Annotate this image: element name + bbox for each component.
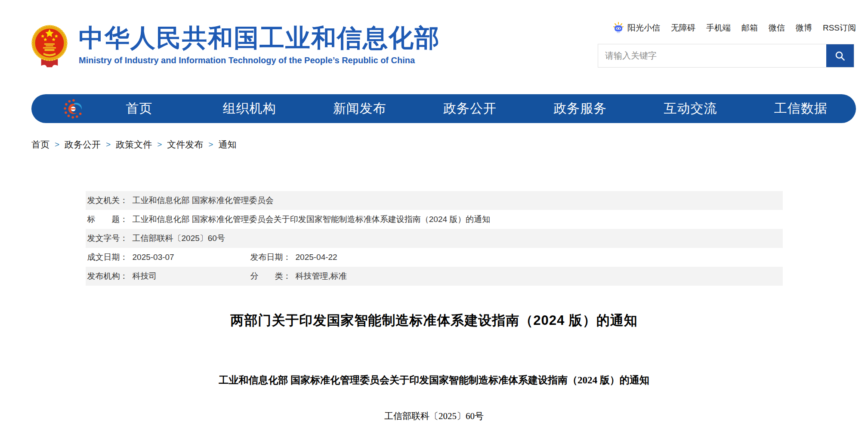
main-nav: 首页 组织机构 新闻发布 政务公开 政务服务 互动交流 工信数据 bbox=[31, 94, 856, 123]
article-subtitle: 工业和信息化部 国家标准化管理委员会关于印发国家智能制造标准体系建设指南（202… bbox=[0, 373, 868, 387]
quick-link-rss[interactable]: RSS订阅 bbox=[823, 22, 856, 34]
nav-item-home[interactable]: 首页 bbox=[84, 100, 194, 117]
site-title: 中华人民共和国工业和信息化部 bbox=[79, 25, 440, 51]
meta-value: 科技司 bbox=[133, 271, 157, 282]
table-row: 成文日期： 2025-03-07 发布日期： 2025-04-22 bbox=[86, 248, 783, 267]
miit-logo-icon bbox=[63, 99, 84, 119]
breadcrumb-current-notice: 通知 bbox=[218, 139, 236, 151]
meta-label: 发布机构： bbox=[87, 271, 128, 282]
site-header: 中华人民共和国工业和信息化部 Ministry of Industry and … bbox=[0, 0, 868, 94]
meta-label: 分 类： bbox=[250, 271, 291, 282]
meta-label: 发文机关： bbox=[87, 195, 128, 206]
breadcrumb-separator: > bbox=[208, 140, 213, 149]
nav-item-gov-disclosure[interactable]: 政务公开 bbox=[415, 100, 525, 117]
robot-icon bbox=[612, 22, 625, 34]
nav-item-news[interactable]: 新闻发布 bbox=[305, 100, 415, 117]
quick-link-wechat[interactable]: 微信 bbox=[769, 22, 785, 34]
quick-link-mail[interactable]: 邮箱 bbox=[741, 22, 758, 34]
meta-value: 科技管理,标准 bbox=[296, 271, 347, 282]
breadcrumb-policy-documents[interactable]: 政策文件 bbox=[116, 139, 152, 151]
breadcrumb-gov-disclosure[interactable]: 政务公开 bbox=[65, 139, 101, 151]
site-subtitle: Ministry of Industry and Information Tec… bbox=[79, 56, 440, 65]
quick-link-accessibility[interactable]: 无障碍 bbox=[671, 22, 695, 34]
breadcrumb-document-release[interactable]: 文件发布 bbox=[167, 139, 203, 151]
table-row: 发文字号： 工信部联科〔2025〕60号 bbox=[86, 229, 783, 248]
meta-category: 分 类： 科技管理,标准 bbox=[250, 271, 781, 282]
meta-label: 发文字号： bbox=[87, 233, 128, 244]
document-meta-table: 发文机关： 工业和信息化部 国家标准化管理委员会 标 题： 工业和信息化部 国家… bbox=[86, 191, 783, 286]
nav-item-gov-services[interactable]: 政务服务 bbox=[525, 100, 635, 117]
search-button[interactable] bbox=[826, 44, 854, 67]
meta-value: 工信部联科〔2025〕60号 bbox=[133, 233, 225, 244]
quick-link-label: 阳光小信 bbox=[627, 22, 660, 34]
page: 中华人民共和国工业和信息化部 Ministry of Industry and … bbox=[0, 0, 868, 435]
meta-label: 标 题： bbox=[87, 214, 128, 225]
quick-links: 阳光小信 无障碍 手机端 邮箱 微信 微博 RSS订阅 bbox=[598, 22, 856, 34]
meta-title: 标 题： 工业和信息化部 国家标准化管理委员会关于印发国家智能制造标准体系建设指… bbox=[87, 214, 781, 225]
quick-link-sunshine-assistant[interactable]: 阳光小信 bbox=[612, 22, 660, 34]
nav-item-interaction[interactable]: 互动交流 bbox=[635, 100, 745, 117]
meta-label: 成文日期： bbox=[87, 252, 128, 263]
search-bar bbox=[598, 44, 854, 68]
meta-value: 工业和信息化部 国家标准化管理委员会 bbox=[133, 195, 274, 206]
breadcrumb: 首页 > 政务公开 > 政策文件 > 文件发布 > 通知 bbox=[31, 139, 868, 151]
meta-doc-number: 发文字号： 工信部联科〔2025〕60号 bbox=[87, 233, 781, 244]
breadcrumb-separator: > bbox=[106, 140, 111, 149]
quick-link-mobile[interactable]: 手机端 bbox=[706, 22, 731, 34]
table-row: 发布机构： 科技司 分 类： 科技管理,标准 bbox=[86, 267, 783, 286]
breadcrumb-separator: > bbox=[157, 140, 162, 149]
page-title: 两部门关于印发国家智能制造标准体系建设指南（2024 版）的通知 bbox=[0, 312, 868, 330]
table-row: 发文机关： 工业和信息化部 国家标准化管理委员会 bbox=[86, 191, 783, 210]
meta-value: 2025-03-07 bbox=[133, 253, 174, 262]
article-doc-number: 工信部联科〔2025〕60号 bbox=[0, 410, 868, 422]
meta-publish-org: 发布机构： 科技司 bbox=[87, 271, 250, 282]
meta-value: 2025-04-22 bbox=[296, 253, 337, 262]
nav-item-miit-data[interactable]: 工信数据 bbox=[746, 100, 856, 117]
table-row: 标 题： 工业和信息化部 国家标准化管理委员会关于印发国家智能制造标准体系建设指… bbox=[86, 210, 783, 229]
meta-label: 发布日期： bbox=[250, 252, 291, 263]
meta-issuing-agency: 发文机关： 工业和信息化部 国家标准化管理委员会 bbox=[87, 195, 781, 206]
breadcrumb-separator: > bbox=[55, 140, 59, 149]
national-emblem-icon bbox=[31, 21, 68, 71]
brand-text: 中华人民共和国工业和信息化部 Ministry of Industry and … bbox=[79, 21, 440, 65]
nav-item-organization[interactable]: 组织机构 bbox=[194, 100, 304, 117]
breadcrumb-home[interactable]: 首页 bbox=[31, 139, 49, 151]
header-right: 阳光小信 无障碍 手机端 邮箱 微信 微博 RSS订阅 bbox=[598, 22, 856, 68]
nav-items: 首页 组织机构 新闻发布 政务公开 政务服务 互动交流 工信数据 bbox=[84, 100, 856, 117]
quick-link-weibo[interactable]: 微博 bbox=[796, 22, 812, 34]
main-content: 发文机关： 工业和信息化部 国家标准化管理委员会 标 题： 工业和信息化部 国家… bbox=[0, 191, 868, 422]
meta-publish-date: 发布日期： 2025-04-22 bbox=[250, 252, 781, 263]
search-icon bbox=[834, 50, 846, 62]
search-input[interactable] bbox=[598, 44, 826, 67]
meta-value: 工业和信息化部 国家标准化管理委员会关于印发国家智能制造标准体系建设指南（202… bbox=[133, 214, 491, 225]
meta-written-date: 成文日期： 2025-03-07 bbox=[87, 252, 250, 263]
site-brand: 中华人民共和国工业和信息化部 Ministry of Industry and … bbox=[31, 21, 440, 71]
